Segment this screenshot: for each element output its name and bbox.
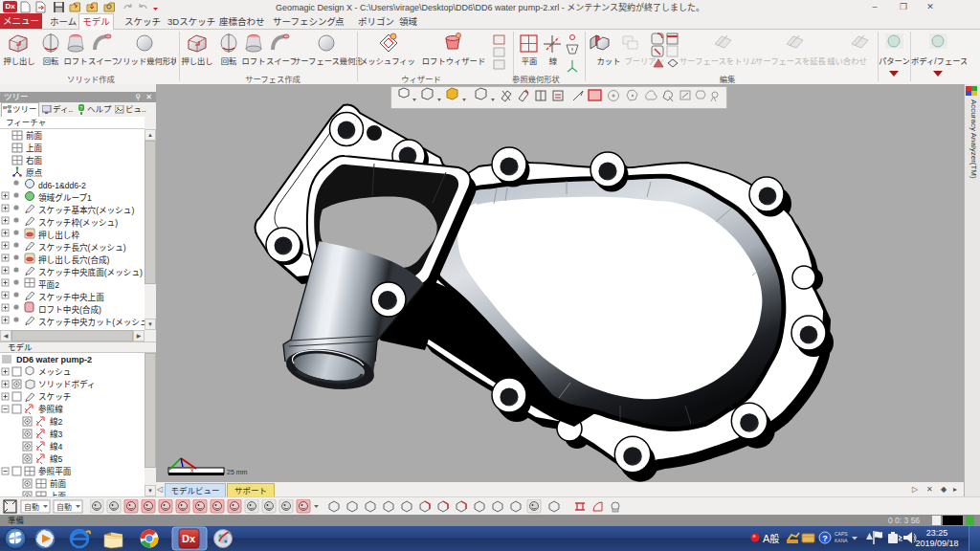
svg-text:x: x [190,467,194,474]
svg-text:線5: 線5 [50,453,63,464]
svg-text:自動: 自動 [24,502,39,512]
svg-text:前面: 前面 [26,130,43,141]
svg-text:スケッチ長穴(メッシュ): スケッチ長穴(メッシュ) [38,242,126,253]
svg-text:参照平面: 参照平面 [38,466,72,476]
svg-text:領域グループ1: 領域グループ1 [38,192,92,203]
svg-text:KANA: KANA [835,538,848,543]
svg-text:押し出し枠: 押し出し枠 [38,230,79,240]
svg-text:スケッチ中央底面(メッシュ): スケッチ中央底面(メッシュ) [38,267,143,277]
svg-text:DD6 water pump-2: DD6 water pump-2 [16,355,92,364]
svg-text:線2: 線2 [50,416,63,427]
svg-text:スケッチ: スケッチ [38,392,71,402]
svg-text:スケッチ基本穴(メッシュ): スケッチ基本穴(メッシュ) [38,205,134,215]
svg-text:スケッチ中央カット(メッシュ): スケッチ中央カット(メッシュ) [38,317,145,327]
svg-text:Dx: Dx [182,533,196,544]
svg-text:線3: 線3 [50,429,63,439]
svg-text:ソリッドボディ: ソリッドボディ [38,379,96,389]
svg-text:原点: 原点 [26,168,43,178]
svg-text:線4: 線4 [50,441,63,452]
svg-text:25 mm: 25 mm [227,469,248,475]
svg-text:スケッチ枠(メッシュ): スケッチ枠(メッシュ) [38,217,118,228]
svg-text:押し出し長穴(合成): 押し出し長穴(合成) [38,254,110,265]
svg-text:CAPS: CAPS [835,531,848,537]
svg-text:ロフト中央(合成): ロフト中央(合成) [38,304,101,315]
svg-text:平面2: 平面2 [38,280,59,290]
svg-text:右面: 右面 [26,155,43,165]
svg-text:上面: 上面 [26,143,43,153]
svg-text:メッシュ: メッシュ [38,367,71,377]
svg-text:?: ? [822,534,828,543]
svg-text:自動: 自動 [56,502,72,512]
svg-text:前面: 前面 [50,478,67,489]
svg-text:A般: A般 [763,533,779,544]
svg-text:スケッチ中央上面: スケッチ中央上面 [38,292,104,302]
svg-text:参照線: 参照線 [38,404,63,414]
svg-text:dd6-1&dd6-2: dd6-1&dd6-2 [38,181,86,190]
